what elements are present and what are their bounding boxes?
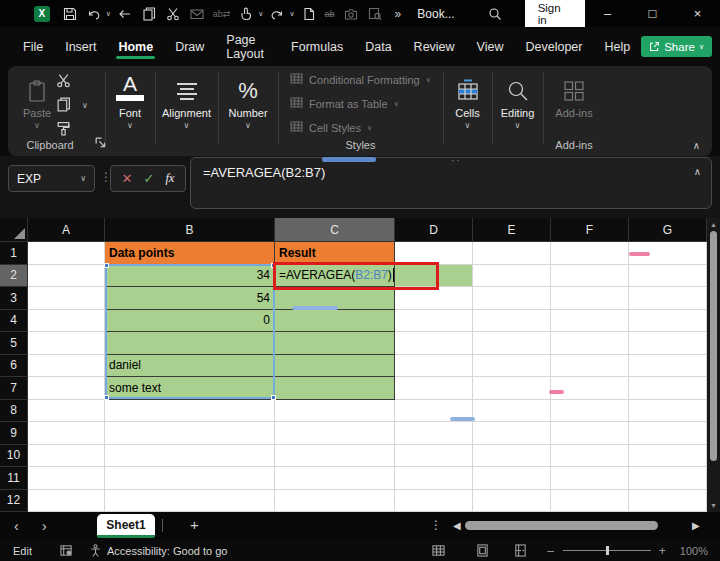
- cell-A4[interactable]: [28, 310, 105, 333]
- cell-F12[interactable]: [551, 490, 629, 513]
- editing-group-button[interactable]: Editing ∨: [492, 71, 543, 130]
- cell-F7[interactable]: [551, 377, 629, 400]
- vertical-scrollbar-thumb[interactable]: [710, 231, 717, 461]
- column-header-A[interactable]: A: [28, 218, 105, 242]
- row-header-2[interactable]: 2: [0, 265, 28, 288]
- hscroll-left-icon[interactable]: ◀: [453, 520, 461, 531]
- tab-view[interactable]: View: [466, 32, 515, 62]
- cell-G8[interactable]: [629, 400, 707, 423]
- cut-icon[interactable]: [165, 6, 181, 22]
- redo-dropdown-icon[interactable]: ∨: [289, 10, 294, 18]
- tab-file[interactable]: File: [12, 32, 54, 62]
- close-button[interactable]: ×: [675, 6, 720, 21]
- sheet-tab-sheet1[interactable]: Sheet1: [97, 514, 155, 538]
- row-header-3[interactable]: 3: [0, 287, 28, 310]
- column-header-C[interactable]: C: [275, 218, 395, 242]
- cell-E6[interactable]: [473, 355, 551, 378]
- column-header-F[interactable]: F: [551, 218, 629, 242]
- cell-E1[interactable]: [473, 242, 551, 265]
- row-header-7[interactable]: 7: [0, 377, 28, 400]
- number-group-button[interactable]: % Number ∨: [218, 71, 278, 130]
- cell-D7[interactable]: [395, 377, 473, 400]
- normal-view-icon[interactable]: [432, 544, 445, 557]
- cell-F2[interactable]: [551, 265, 629, 288]
- tab-draw[interactable]: Draw: [164, 32, 215, 62]
- sheet-nav-right-icon[interactable]: ›: [42, 518, 47, 534]
- row-header-11[interactable]: 11: [0, 467, 28, 490]
- undo-icon[interactable]: [86, 6, 102, 22]
- cell-A1[interactable]: [28, 242, 105, 265]
- redo-icon[interactable]: [269, 6, 285, 22]
- cell-E9[interactable]: [473, 422, 551, 445]
- save-icon[interactable]: [62, 6, 78, 22]
- cell-G3[interactable]: [629, 287, 707, 310]
- row-header-9[interactable]: 9: [0, 422, 28, 445]
- cell-D12[interactable]: [395, 490, 473, 513]
- tab-insert[interactable]: Insert: [54, 32, 107, 62]
- page-break-view-icon[interactable]: [514, 544, 527, 557]
- page-layout-view-icon[interactable]: [476, 544, 489, 557]
- zoom-slider-thumb[interactable]: [606, 546, 609, 555]
- cell-A10[interactable]: [28, 445, 105, 468]
- cancel-icon[interactable]: ✕: [122, 171, 133, 186]
- new-file-icon[interactable]: [301, 6, 317, 22]
- copy-icon[interactable]: [141, 6, 157, 22]
- cell-A6[interactable]: [28, 355, 105, 378]
- cell-B11[interactable]: [105, 467, 275, 490]
- cell-F4[interactable]: [551, 310, 629, 333]
- row-header-12[interactable]: 12: [0, 490, 28, 513]
- ribbon-cut-icon[interactable]: [56, 73, 72, 89]
- column-header-D[interactable]: D: [395, 218, 473, 242]
- macro-record-icon[interactable]: [60, 544, 73, 557]
- zoom-slider[interactable]: [563, 550, 651, 551]
- cell-E4[interactable]: [473, 310, 551, 333]
- collapse-ribbon-icon[interactable]: ∧: [693, 140, 700, 151]
- row-header-8[interactable]: 8: [0, 400, 28, 423]
- touch-mode-icon[interactable]: [238, 6, 254, 22]
- cell-G4[interactable]: [629, 310, 707, 333]
- row-header-4[interactable]: 4: [0, 310, 28, 333]
- formula-bar-resize-handle[interactable]: ··: [451, 155, 462, 166]
- cell-F5[interactable]: [551, 332, 629, 355]
- cell-G2[interactable]: [629, 265, 707, 288]
- search-icon[interactable]: [487, 6, 503, 22]
- tab-developer[interactable]: Developer: [514, 32, 593, 62]
- cell-C6[interactable]: [275, 355, 395, 378]
- name-box-dropdown-icon[interactable]: ∨: [80, 174, 86, 183]
- cell-E11[interactable]: [473, 467, 551, 490]
- cell-C10[interactable]: [275, 445, 395, 468]
- tab-page-layout[interactable]: Page Layout: [215, 25, 280, 69]
- formula-bar-input[interactable]: ·· =AVERAGEA(B2:B7) ∧: [190, 157, 712, 209]
- cell-F6[interactable]: [551, 355, 629, 378]
- maximize-button[interactable]: □: [630, 6, 675, 21]
- cell-C12[interactable]: [275, 490, 395, 513]
- clipboard-dialog-launcher-icon[interactable]: [94, 136, 110, 152]
- cell-C8[interactable]: [275, 400, 395, 423]
- enter-icon[interactable]: ✓: [143, 171, 154, 186]
- copy-dropdown-icon[interactable]: ∨: [82, 101, 88, 110]
- cell-A7[interactable]: [28, 377, 105, 400]
- cell-G6[interactable]: [629, 355, 707, 378]
- cell-E12[interactable]: [473, 490, 551, 513]
- sheet-nav-left-icon[interactable]: ‹: [14, 518, 19, 534]
- column-header-B[interactable]: B: [105, 218, 275, 242]
- cell-C4[interactable]: [275, 310, 395, 333]
- format-painter-icon[interactable]: [56, 121, 72, 137]
- hscroll-right-icon[interactable]: ▶: [692, 520, 700, 531]
- tab-data[interactable]: Data: [354, 32, 402, 62]
- minimize-button[interactable]: –: [585, 6, 630, 21]
- cell-F11[interactable]: [551, 467, 629, 490]
- touch-mode-dropdown-icon[interactable]: ∨: [258, 10, 263, 18]
- cell-G10[interactable]: [629, 445, 707, 468]
- column-header-E[interactable]: E: [473, 218, 551, 242]
- cell-C5[interactable]: [275, 332, 395, 355]
- cell-B1[interactable]: Data points: [105, 242, 275, 265]
- cell-G11[interactable]: [629, 467, 707, 490]
- cell-F9[interactable]: [551, 422, 629, 445]
- tab-review[interactable]: Review: [403, 32, 466, 62]
- cell-G7[interactable]: [629, 377, 707, 400]
- cell-A5[interactable]: [28, 332, 105, 355]
- cell-G5[interactable]: [629, 332, 707, 355]
- cell-E10[interactable]: [473, 445, 551, 468]
- zoom-in-button[interactable]: +: [659, 544, 666, 558]
